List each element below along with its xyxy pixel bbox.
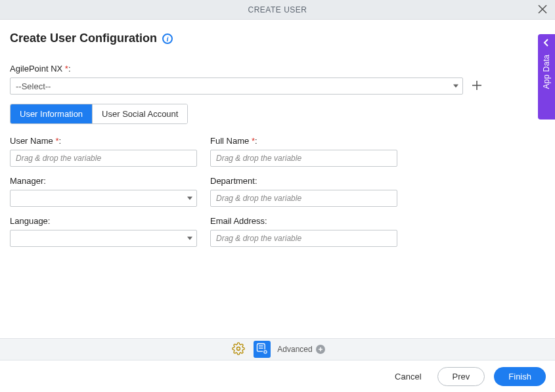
required-marker: *	[252, 136, 255, 146]
chevron-left-icon	[542, 38, 551, 54]
tab-user-information-label: User Information	[20, 109, 83, 119]
form-icon	[255, 342, 269, 357]
manager-field: Manager:	[10, 176, 197, 207]
tab-user-information[interactable]: User Information	[11, 104, 93, 123]
username-placeholder: Drag & drop the variable	[16, 154, 101, 163]
department-input[interactable]: Drag & drop the variable	[210, 190, 397, 207]
titlebar-title: CREATE USER	[248, 5, 307, 14]
agilepoint-select-value: --Select--	[16, 81, 51, 91]
form-designer-button[interactable]	[254, 341, 271, 358]
finish-button[interactable]: Finish	[494, 367, 546, 386]
department-label: Department:	[210, 176, 397, 186]
agilepoint-label: AgilePoint NX *:	[10, 64, 545, 74]
page-title: Create User Configuration	[10, 32, 157, 45]
tab-user-social-account[interactable]: User Social Account	[93, 104, 187, 123]
required-marker: *	[55, 136, 58, 146]
agilepoint-label-text: AgilePoint NX	[10, 64, 62, 74]
add-connection-button[interactable]	[470, 79, 484, 93]
content-area: Create User Configuration i AgilePoint N…	[0, 20, 555, 247]
advanced-label: Advanced	[277, 345, 312, 354]
department-placeholder: Drag & drop the variable	[216, 194, 301, 203]
form-grid: User Name *: Drag & drop the variable Fu…	[10, 136, 545, 247]
app-data-label: App Data	[542, 54, 551, 89]
chevron-down-icon	[453, 85, 458, 88]
department-field: Department: Drag & drop the variable	[210, 176, 397, 207]
app-data-panel-toggle[interactable]: App Data	[538, 34, 555, 120]
email-placeholder: Drag & drop the variable	[216, 234, 301, 243]
language-label: Language:	[10, 216, 197, 226]
gear-icon	[232, 342, 245, 357]
button-footer: Cancel Prev Finish	[0, 360, 555, 392]
fullname-label: Full Name *:	[210, 136, 397, 146]
tabs: User Information User Social Account	[10, 104, 188, 124]
fullname-label-text: Full Name	[210, 136, 249, 146]
tab-user-social-account-label: User Social Account	[102, 109, 178, 119]
email-input[interactable]: Drag & drop the variable	[210, 230, 397, 247]
chevron-down-icon	[187, 237, 192, 240]
manager-select[interactable]	[10, 190, 197, 207]
close-icon	[538, 5, 547, 16]
email-field: Email Address: Drag & drop the variable	[210, 216, 397, 247]
fullname-placeholder: Drag & drop the variable	[216, 154, 301, 163]
username-label-text: User Name	[10, 136, 53, 146]
fullname-input[interactable]: Drag & drop the variable	[210, 150, 397, 167]
required-marker: *	[65, 64, 68, 74]
info-icon[interactable]: i	[162, 33, 173, 44]
close-button[interactable]	[535, 3, 550, 17]
titlebar: CREATE USER	[0, 0, 555, 20]
chevron-down-icon	[187, 197, 192, 200]
advanced-toggle[interactable]: Advanced	[277, 345, 324, 354]
plus-circle-icon	[316, 345, 325, 354]
prev-button[interactable]: Prev	[437, 367, 485, 386]
language-field: Language:	[10, 216, 197, 247]
cancel-button[interactable]: Cancel	[388, 368, 428, 385]
username-field: User Name *: Drag & drop the variable	[10, 136, 197, 167]
agilepoint-field: AgilePoint NX *: --Select--	[10, 64, 545, 95]
settings-button[interactable]	[230, 341, 247, 358]
email-label: Email Address:	[210, 216, 397, 226]
language-select[interactable]	[10, 230, 197, 247]
plus-icon	[471, 79, 483, 93]
page-title-row: Create User Configuration i	[10, 32, 545, 45]
username-label: User Name *:	[10, 136, 197, 146]
agilepoint-select[interactable]: --Select--	[10, 77, 463, 95]
username-input[interactable]: Drag & drop the variable	[10, 150, 197, 167]
fullname-field: Full Name *: Drag & drop the variable	[210, 136, 397, 167]
manager-label: Manager:	[10, 176, 197, 186]
advanced-bar: Advanced	[0, 338, 555, 360]
svg-point-4	[237, 347, 240, 350]
